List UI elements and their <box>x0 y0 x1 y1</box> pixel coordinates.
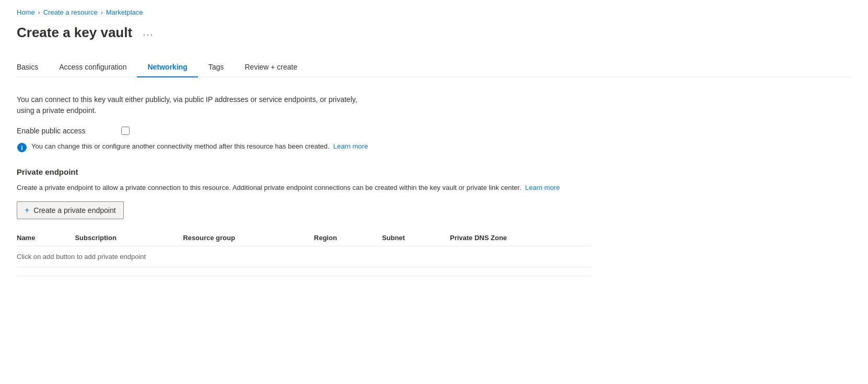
col-private-dns-zone: Private DNS Zone <box>450 230 592 246</box>
networking-content: You can connect to this key vault either… <box>17 94 592 276</box>
tab-review-create[interactable]: Review + create <box>234 58 308 77</box>
page-title-row: Create a key vault ... <box>17 25 851 41</box>
breadcrumb-home[interactable]: Home <box>17 8 35 16</box>
tab-basics[interactable]: Basics <box>17 58 49 77</box>
tab-tags[interactable]: Tags <box>198 58 235 77</box>
tabs-container: Basics Access configuration Networking T… <box>17 58 851 77</box>
enable-public-access-checkbox[interactable] <box>121 127 130 135</box>
plus-icon: + <box>25 206 29 215</box>
create-private-endpoint-button[interactable]: + Create a private endpoint <box>17 201 124 219</box>
col-region: Region <box>314 230 382 246</box>
learn-more-link-1[interactable]: Learn more <box>333 142 368 150</box>
breadcrumb-sep-1: › <box>38 9 40 16</box>
info-icon: i <box>17 142 27 153</box>
networking-description: You can connect to this key vault either… <box>17 94 372 116</box>
breadcrumb-marketplace[interactable]: Marketplace <box>106 8 143 16</box>
breadcrumb-sep-2: › <box>101 9 103 16</box>
col-subnet: Subnet <box>382 230 450 246</box>
ellipsis-button[interactable]: ... <box>138 25 158 40</box>
col-resource-group: Resource group <box>183 230 314 246</box>
enable-public-access-row: Enable public access <box>17 127 592 135</box>
private-endpoint-table: Name Subscription Resource group Region … <box>17 230 592 267</box>
table-header-row: Name Subscription Resource group Region … <box>17 230 592 246</box>
info-row: i You can change this or configure anoth… <box>17 141 592 153</box>
private-endpoint-description: Create a private endpoint to allow a pri… <box>17 183 592 193</box>
tab-access-configuration[interactable]: Access configuration <box>49 58 137 77</box>
learn-more-link-2[interactable]: Learn more <box>525 184 560 191</box>
page-title: Create a key vault <box>17 25 132 41</box>
create-private-endpoint-label: Create a private endpoint <box>33 206 115 214</box>
table-empty-message: Click on add button to add private endpo… <box>17 246 592 267</box>
svg-text:i: i <box>21 144 22 152</box>
info-text: You can change this or configure another… <box>31 141 368 152</box>
breadcrumb: Home › Create a resource › Marketplace <box>17 8 851 16</box>
breadcrumb-create-resource[interactable]: Create a resource <box>43 8 98 16</box>
enable-public-access-label: Enable public access <box>17 127 111 135</box>
private-endpoint-title: Private endpoint <box>17 167 592 176</box>
col-name: Name <box>17 230 75 246</box>
tab-networking[interactable]: Networking <box>137 58 198 77</box>
enable-public-access-checkbox-wrapper <box>121 127 130 135</box>
bottom-divider <box>17 276 592 276</box>
col-subscription: Subscription <box>75 230 183 246</box>
table-empty-row: Click on add button to add private endpo… <box>17 246 592 267</box>
